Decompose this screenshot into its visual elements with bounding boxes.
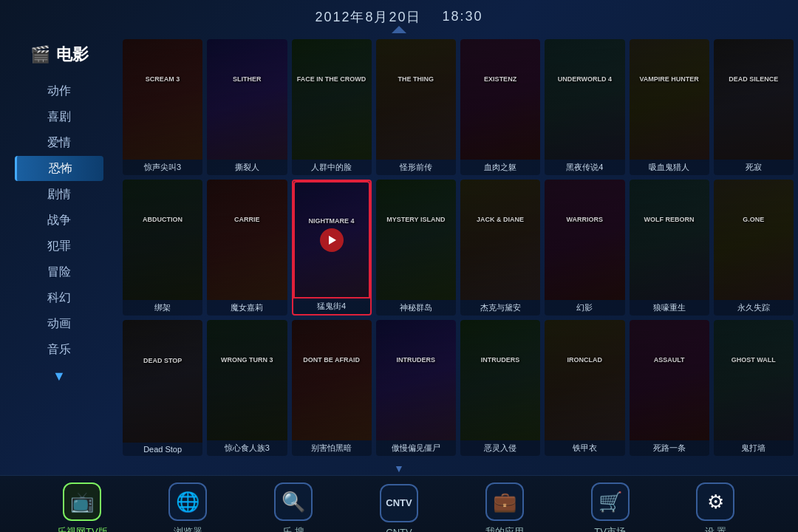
movie-title-m5: 血肉之躯 [460, 160, 540, 175]
movie-card-m17[interactable]: DEAD STOPDead Stop [123, 320, 202, 456]
movie-card-m7[interactable]: VAMPIRE HUNTER吸血鬼猎人 [630, 39, 709, 175]
nav-item-tvmarket[interactable]: 🛒TV市场 [573, 482, 647, 532]
nav-label-myapps: 我的应用 [485, 525, 524, 532]
nav-icon-settings: ⚙ [696, 482, 734, 521]
nav-icon-myapps: 💼 [485, 482, 524, 521]
movie-card-m4[interactable]: THE THING怪形前传 [376, 39, 456, 175]
nav-item-letv[interactable]: 📺乐视网TV版 [45, 482, 119, 532]
nav-icon-browser: 🌐 [168, 482, 207, 521]
movie-card-m11[interactable]: NIGHTMARE 4猛鬼街4 [292, 180, 372, 316]
movie-title-m12: 神秘群岛 [376, 300, 456, 316]
nav-label-browser: 浏览器 [174, 525, 202, 532]
movie-card-m24[interactable]: GHOST WALL鬼打墙 [714, 320, 794, 456]
sidebar-item-war[interactable]: 战争 [15, 208, 103, 233]
nav-label-tvmarket: TV市场 [594, 525, 626, 532]
nav-icon-letv: 📺 [63, 482, 101, 521]
sidebar-item-romance[interactable]: 爱情 [15, 130, 103, 155]
movie-card-m8[interactable]: DEAD SILENCE死寂 [714, 39, 794, 175]
sidebar-item-drama[interactable]: 剧情 [15, 182, 103, 207]
movie-poster-m3: FACE IN THE CROWD [292, 39, 372, 160]
sidebar-scroll-down[interactable]: ▼ [52, 369, 66, 384]
movies-grid: SCREAM 3惊声尖叫3SLITHER撕裂人FACE IN THE CROWD… [123, 39, 794, 456]
movie-card-m19[interactable]: DONT BE AFRAID别害怕黑暗 [292, 320, 372, 456]
movie-poster-m2: SLITHER [207, 39, 287, 160]
movie-card-m1[interactable]: SCREAM 3惊声尖叫3 [123, 39, 202, 175]
movie-card-m22[interactable]: IRONCLAD铁甲衣 [545, 320, 624, 456]
movie-title-m18: 惊心食人族3 [207, 440, 287, 456]
nav-icon-search: 🔍 [274, 482, 313, 521]
movie-card-m10[interactable]: CARRIE魔女嘉莉 [207, 180, 287, 316]
movie-poster-m14: WARRIORS [545, 180, 624, 300]
movie-poster-m13: JACK & DIANE [460, 180, 540, 300]
movie-card-m15[interactable]: WOLF REBORN狼嚎重生 [630, 180, 709, 316]
movie-title-m2: 撕裂人 [207, 160, 287, 175]
movie-poster-m18: WRONG TURN 3 [207, 320, 287, 440]
movie-card-m5[interactable]: EXISTENZ血肉之躯 [460, 39, 540, 175]
nav-item-settings[interactable]: ⚙设 置 [678, 482, 752, 532]
header-time: 18:30 [443, 9, 483, 24]
movie-card-m21[interactable]: INTRUDERS恶灵入侵 [460, 320, 540, 456]
scroll-up-arrow[interactable] [392, 26, 406, 33]
sidebar-item-animation[interactable]: 动画 [15, 311, 103, 336]
movie-poster-m17: DEAD STOP [123, 320, 202, 443]
movie-title-m24: 鬼打墙 [714, 440, 794, 456]
movie-title-m4: 怪形前传 [376, 160, 456, 175]
movie-card-m14[interactable]: WARRIORS幻影 [545, 180, 624, 316]
sidebar-item-action[interactable]: 动作 [15, 78, 103, 103]
nav-label-settings: 设 置 [705, 525, 727, 532]
movie-card-m16[interactable]: G.ONE永久失踪 [714, 180, 794, 316]
film-icon: 🎬 [30, 45, 50, 64]
header: 2012年8月20日 18:30 [0, 0, 798, 33]
sidebar-item-horror[interactable]: 恐怖 [15, 156, 103, 181]
movie-poster-m4: THE THING [376, 39, 456, 160]
movie-card-m2[interactable]: SLITHER撕裂人 [207, 39, 287, 175]
movie-title-m20: 傲慢偏见僵尸 [376, 440, 456, 456]
nav-item-myapps[interactable]: 💼我的应用 [468, 482, 542, 532]
movie-poster-m19: DONT BE AFRAID [292, 320, 372, 440]
movie-poster-m16: G.ONE [714, 180, 794, 300]
nav-icon-cntv: CNTV [380, 484, 418, 522]
movie-poster-m7: VAMPIRE HUNTER [630, 39, 709, 160]
movie-title-m13: 杰克与黛安 [460, 300, 540, 316]
movie-card-m13[interactable]: JACK & DIANE杰克与黛安 [460, 180, 540, 316]
scroll-down-indicator[interactable]: ▼ [0, 462, 798, 475]
movie-card-m20[interactable]: INTRUDERS傲慢偏见僵尸 [376, 320, 456, 456]
nav-icon-tvmarket: 🛒 [591, 482, 630, 521]
sidebar-item-comedy[interactable]: 喜剧 [15, 104, 103, 129]
movie-card-m18[interactable]: WRONG TURN 3惊心食人族3 [207, 320, 287, 456]
play-overlay-m11 [320, 228, 344, 252]
movie-title-m6: 黑夜传说4 [545, 160, 624, 175]
sidebar-item-scifi[interactable]: 科幻 [15, 285, 103, 310]
sidebar: 🎬 电影 动作喜剧爱情恐怖剧情战争犯罪冒险科幻动画音乐 ▼ [0, 33, 118, 462]
movie-title-m17: Dead Stop [123, 443, 202, 456]
nav-label-search: 乐 搜 [282, 525, 304, 532]
sidebar-item-music[interactable]: 音乐 [15, 337, 103, 362]
movie-title-m7: 吸血鬼猎人 [630, 160, 709, 175]
movie-poster-m10: CARRIE [207, 180, 287, 300]
movie-title-m19: 别害怕黑暗 [292, 440, 372, 456]
movie-title-m16: 永久失踪 [714, 300, 794, 316]
movie-card-m6[interactable]: UNDERWORLD 4黑夜传说4 [545, 39, 624, 175]
movie-title-m3: 人群中的脸 [292, 160, 372, 175]
movie-title-m23: 死路一条 [630, 440, 709, 456]
movie-title-m11: 猛鬼街4 [293, 299, 370, 314]
movie-title-m22: 铁甲衣 [545, 440, 624, 456]
nav-label-cntv: CNTV [386, 527, 412, 533]
movie-card-m3[interactable]: FACE IN THE CROWD人群中的脸 [292, 39, 372, 175]
nav-item-search[interactable]: 🔍乐 搜 [256, 482, 330, 532]
sidebar-category-label: 电影 [56, 44, 89, 66]
movie-poster-m1: SCREAM 3 [123, 39, 202, 160]
movie-card-m12[interactable]: MYSTERY ISLAND神秘群岛 [376, 180, 456, 316]
movie-poster-m11: NIGHTMARE 4 [293, 181, 370, 299]
nav-item-cntv[interactable]: CNTVCNTV [362, 484, 436, 533]
movie-title-m21: 恶灵入侵 [460, 440, 540, 456]
sidebar-item-adventure[interactable]: 冒险 [15, 259, 103, 284]
movie-card-m23[interactable]: ASSAULT死路一条 [630, 320, 709, 456]
movie-title-m8: 死寂 [714, 160, 794, 175]
movie-poster-m20: INTRUDERS [376, 320, 456, 440]
bottom-navigation: 📺乐视网TV版🌐浏览器🔍乐 搜CNTVCNTV💼我的应用🛒TV市场⚙设 置 [0, 475, 798, 532]
sidebar-title: 🎬 电影 [21, 41, 98, 69]
movie-card-m9[interactable]: ABDUCTION绑架 [123, 180, 202, 316]
nav-item-browser[interactable]: 🌐浏览器 [151, 482, 225, 532]
sidebar-item-crime[interactable]: 犯罪 [15, 233, 103, 259]
